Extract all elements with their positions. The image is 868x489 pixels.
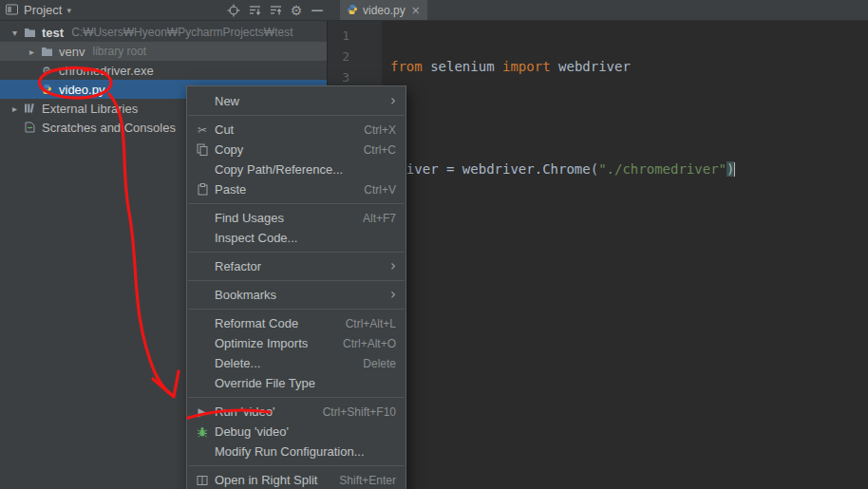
copy-icon [193,143,212,156]
code-text: ) [726,161,734,177]
menu-item-find-usages[interactable]: Find Usages Alt+F7 [187,208,406,228]
code-text: webdriver [551,59,631,74]
menu-item-open-in-right-split[interactable]: Open in Right Split Shift+Enter [187,470,406,489]
chevron-down-icon[interactable]: ▾ [66,6,71,15]
menu-item-label: Optimize Imports [215,336,331,350]
keyword: import [502,59,551,74]
menu-item-paste[interactable]: Paste Ctrl+V [187,179,406,199]
menu-item-label: Cut [215,122,352,137]
close-icon[interactable]: × [411,4,421,17]
libraries-icon [22,103,37,114]
tree-item-label: chromedriver.exe [59,64,154,78]
python-file-icon [39,84,54,95]
menu-separator [188,252,405,253]
menu-item-shortcut: Delete [363,357,396,370]
menu-separator [188,115,405,116]
paste-icon [193,183,212,196]
exe-file-icon: ⚙ [39,65,54,77]
locate-file-icon[interactable] [223,1,244,20]
tree-item-label: test [42,26,64,40]
project-toolwindow-header: Project ▾ ⚙ — [0,0,328,20]
menu-item-optimize-imports[interactable]: Optimize Imports Ctrl+Alt+O [187,333,406,353]
chevron-right-icon[interactable]: ▸ [8,103,22,114]
menu-item-delete[interactable]: Delete... Delete [187,353,406,373]
python-file-icon [347,2,358,19]
menu-item-run-video[interactable]: ▶ Run 'video' Ctrl+Shift+F10 [187,402,406,422]
menu-item-label: Run 'video' [215,404,311,419]
menu-item-label: Copy Path/Reference... [215,162,396,177]
expand-all-icon[interactable] [265,1,286,20]
menu-item-shortcut: Ctrl+Alt+O [343,337,396,350]
menu-item-label: Paste [215,182,352,197]
menu-item-refactor[interactable]: Refactor › [187,256,406,276]
menu-item-label: Modify Run Configuration... [215,444,396,459]
tree-item-test[interactable]: ▾ test C:₩Users₩Hyeon₩PycharmProjects₩te… [0,23,327,42]
project-panel-title[interactable]: Project [24,3,62,17]
menu-item-debug-video[interactable]: Debug 'video' [187,422,406,442]
tree-item-label: video.py [59,83,104,97]
pycharm-window: Project ▾ ⚙ — video.py × [0,0,868,489]
menu-separator [188,397,405,398]
menu-item-shortcut: Ctrl+Shift+F10 [323,405,396,419]
line-number: 2 [328,47,382,67]
code-text: selenium [423,59,502,74]
code-line-1: from selenium import webdriver [390,56,868,77]
menu-separator [188,465,405,466]
chevron-down-icon[interactable]: ▾ [8,28,22,38]
tab-video-py[interactable]: video.py × [340,0,427,20]
settings-gear-icon[interactable]: ⚙ [286,1,307,20]
collapse-all-icon[interactable] [244,1,265,20]
tree-item-label: External Libraries [42,102,138,116]
menu-item-new[interactable]: New › [187,91,406,111]
submenu-arrow-icon: › [390,94,396,108]
menu-item-label: Bookmarks [215,288,379,302]
menu-item-label: Open in Right Split [215,473,328,487]
line-number: 1 [328,26,382,47]
menu-item-override-file-type[interactable]: Override File Type [187,373,406,393]
code-text: driver = webdriver.Chrome( [390,161,598,177]
top-bar: Project ▾ ⚙ — video.py × [0,0,868,21]
menu-item-label: Inspect Code... [215,231,396,245]
menu-item-copy-path-reference[interactable]: Copy Path/Reference... [187,160,406,179]
menu-separator [188,280,405,281]
menu-item-label: Refactor [215,259,379,273]
submenu-arrow-icon: › [390,288,396,302]
submenu-arrow-icon: › [390,259,396,273]
tree-item-path: C:₩Users₩Hyeon₩PycharmProjects₩test [71,26,292,39]
tree-item-label: venv [59,45,85,59]
tree-item-venv[interactable]: ▸ venv library root [0,42,327,61]
menu-item-label: Override File Type [215,376,396,390]
context-menu: New › ✂ Cut Ctrl+X Copy Ctrl+C Copy Path… [186,85,406,489]
menu-item-modify-run-configuration[interactable]: Modify Run Configuration... [187,442,406,461]
folder-icon [22,28,37,38]
split-right-icon [193,475,212,486]
menu-item-inspect-code[interactable]: Inspect Code... [187,228,406,248]
text-cursor [734,162,735,177]
tree-item-label: Scratches and Consoles [42,121,176,135]
tree-item-detail: library root [92,45,146,58]
menu-item-shortcut: Alt+F7 [363,212,396,225]
run-icon: ▶ [193,405,212,419]
chevron-right-icon[interactable]: ▸ [25,47,39,57]
menu-item-shortcut: Ctrl+Alt+L [346,317,396,330]
code-editor[interactable]: from selenium import webdriver driver = … [382,21,868,489]
debug-bug-icon [193,426,212,438]
tab-label: video.py [363,4,406,17]
hide-panel-icon[interactable]: — [307,1,328,20]
menu-item-label: Debug 'video' [215,424,396,439]
menu-separator [188,309,405,310]
menu-item-reformat-code[interactable]: Reformat Code Ctrl+Alt+L [187,313,406,333]
folder-icon [39,47,54,57]
menu-separator [188,203,405,204]
editor-area: 1 2 3 from selenium import webdriver dri… [328,21,868,489]
menu-item-shortcut: Ctrl+V [364,183,396,197]
keyword: from [390,59,423,74]
string-literal: "./chromedriver" [598,161,726,177]
menu-item-cut[interactable]: ✂ Cut Ctrl+X [187,120,406,140]
menu-item-copy[interactable]: Copy Ctrl+C [187,140,406,160]
menu-item-shortcut: Ctrl+C [364,143,396,157]
tree-item-chromedriver-exe[interactable]: ⚙ chromedriver.exe [0,61,327,80]
cut-icon: ✂ [193,123,212,137]
menu-item-label: Delete... [215,356,351,370]
menu-item-bookmarks[interactable]: Bookmarks › [187,285,406,305]
